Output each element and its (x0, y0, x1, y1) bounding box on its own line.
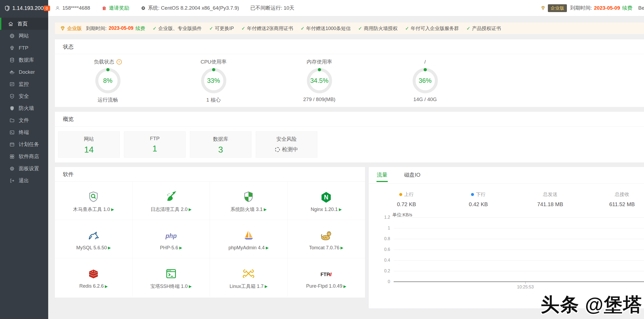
software-item-trojan-scan[interactable]: 木马查杀工具 1.0 (55, 182, 133, 220)
sidebar-item-label: Docker (19, 69, 35, 75)
sidebar-item-database[interactable]: 数据库 (0, 54, 48, 66)
sidebar: 1.14.193.200 0 首页 网站 FTP 数据库 Docker 监控 (0, 0, 48, 319)
running-status-icon (179, 246, 182, 250)
gauge-title: CPU使用率 (201, 58, 227, 65)
software-item-redis[interactable]: Redis 6.2.6 (55, 258, 133, 297)
card-ftp[interactable]: FTP 1 (124, 131, 186, 158)
running-status-icon (264, 207, 267, 212)
traffic-stats: 上行 0.72 KB 下行 0.42 KB 总发送 741.18 MB 总接收 … (369, 191, 644, 207)
card-websites[interactable]: 网站 14 (58, 131, 120, 158)
sidebar-menu: 首页 网站 FTP 数据库 Docker 监控 安全 防火墙 (0, 18, 48, 187)
running-status-icon (189, 207, 191, 212)
chart-unit-label: 单位:KB/s (392, 212, 412, 218)
server-ip: 1.14.193.200 (12, 5, 44, 11)
software-item-label: PHP-5.6 (160, 245, 178, 251)
edition-badge[interactable]: 企业版 (548, 4, 567, 12)
upstream-dot-icon (399, 193, 402, 196)
php-icon: php (165, 229, 177, 242)
software-item-mysql[interactable]: MySQL 5.6.50 (55, 220, 133, 258)
sidebar-item-logout[interactable]: 退出 (0, 175, 48, 187)
svg-text:FTP: FTP (321, 272, 330, 277)
license-feature: 企业版、专业版插件 (153, 25, 202, 32)
software-item-php[interactable]: php PHP-5.6 (133, 220, 210, 258)
help-icon[interactable]: ? (116, 59, 122, 65)
software-grid: 木马查杀工具 1.0 日志清理工具 2.0 系统防火墙 3.1 N Nginx … (55, 182, 365, 297)
sidebar-item-settings[interactable]: 面板设置 (0, 162, 48, 175)
license-notice-bar: 企业版 到期时间: 2023-05-09 续费 企业版、专业版插件 可更换IP … (55, 23, 644, 34)
gauge-load: 负载状态? 8% 运行流畅 (55, 58, 161, 103)
logout-icon (9, 178, 15, 183)
sidebar-item-label: 安全 (19, 93, 29, 100)
shield-logo-icon (4, 5, 10, 11)
x-axis-tick-mark (525, 282, 526, 284)
notice-renew-link[interactable]: 续费 (135, 25, 145, 32)
stat-downstream: 下行 0.42 KB (442, 191, 514, 207)
gauge-ring: 33% (201, 68, 226, 93)
software-item-label: 日志清理工具 2.0 (150, 206, 187, 213)
sidebar-item-monitor[interactable]: 监控 (0, 78, 48, 90)
sidebar-item-cron[interactable]: 计划任务 (0, 138, 48, 150)
gauge-disk-root: / 36% 14G / 40G (372, 58, 478, 103)
gauge-ring: 34.5% (307, 68, 332, 93)
software-item-label: MySQL 5.6.50 (76, 245, 107, 251)
sidebar-item-label: FTP (19, 45, 28, 51)
card-label: 网站 (58, 136, 119, 143)
stat-label: 总发送 (543, 191, 558, 198)
topbar-user-label: 158****4688 (62, 5, 90, 11)
nginx-icon: N (320, 191, 332, 203)
uptime-label: 已不间断运行: 10天 (250, 5, 295, 12)
stat-total-received: 总接收 611.52 MB (586, 191, 644, 207)
sidebar-item-appstore[interactable]: 软件商店 (0, 150, 48, 162)
card-security-risk[interactable]: 安全风险 检测中 (256, 131, 317, 158)
status-panel: 状态 负载状态? 8% 运行流畅 CPU使用率 33% 1 核心 内存使用率 3… (55, 39, 644, 107)
tab-disk-io[interactable]: 磁盘IO (404, 167, 420, 184)
sidebar-item-home[interactable]: 首页 (0, 18, 48, 30)
software-item-label: Linux工具箱 1.7 (229, 283, 263, 290)
sidebar-item-website[interactable]: 网站 (0, 30, 48, 42)
software-item-log-clean[interactable]: 日志清理工具 2.0 (133, 182, 210, 220)
gauge-sublabel: 14G / 40G (372, 97, 478, 102)
software-item-linux-toolbox[interactable]: Linux工具箱 1.7 (210, 258, 288, 297)
linux-toolbox-icon (242, 268, 255, 280)
sidebar-item-label: 软件商店 (19, 153, 39, 160)
card-label: FTP (124, 136, 185, 142)
topbar-user[interactable]: 158****4688 (55, 5, 90, 11)
software-item-label: 木马查杀工具 1.0 (73, 206, 110, 213)
stat-value: 0.42 KB (442, 201, 514, 207)
monitor-tabbar: 流量 磁盘IO (369, 167, 644, 184)
invite-reward-label: 邀请奖励 (109, 5, 129, 12)
invite-reward-link[interactable]: 邀请奖励 (101, 5, 129, 12)
sidebar-item-label: 防火墙 (19, 105, 34, 112)
software-item-phpmyadmin[interactable]: phpMyAdmin 4.4 (210, 220, 288, 258)
renew-link[interactable]: 续费 (622, 5, 632, 12)
software-item-nginx[interactable]: N Nginx 1.20.1 (288, 182, 365, 220)
software-item-bt-ssh-terminal[interactable]: 宝塔SSH终端 1.0 (133, 258, 210, 297)
gridline (394, 239, 644, 239)
tab-traffic[interactable]: 流量 (377, 167, 387, 184)
sidebar-item-ftp[interactable]: FTP (0, 42, 48, 54)
message-count-badge[interactable]: 0 (44, 6, 50, 11)
overview-cards: 网站 14 FTP 1 数据库 3 安全风险 检测中 (55, 127, 644, 158)
sidebar-item-firewall[interactable]: 防火墙 (0, 102, 48, 114)
running-status-icon (108, 246, 111, 250)
topbar: 158****4688 邀请奖励 系统: CentOS 8.2.2004 x86… (48, 0, 644, 16)
software-item-tomcat[interactable]: Tomcat 7.0.76 (288, 220, 365, 258)
sidebar-item-security[interactable]: 安全 (0, 90, 48, 102)
license-feature: 年付赠送2张商用证书 (241, 25, 293, 32)
sidebar-item-label: 文件 (19, 117, 29, 124)
software-item-pure-ftpd[interactable]: FTPd Pure-Ftpd 1.0.49 (288, 258, 365, 297)
redis-icon (87, 268, 100, 280)
card-databases[interactable]: 数据库 3 (190, 131, 251, 158)
x-axis-line (394, 281, 644, 282)
gauge-value: 36% (419, 77, 431, 84)
svg-text:php: php (165, 232, 177, 239)
software-item-label: Redis 6.2.6 (79, 283, 104, 289)
software-item-label: 宝塔SSH终端 1.0 (150, 283, 188, 290)
sidebar-item-terminal[interactable]: 终端 (0, 126, 48, 138)
loading-spinner-icon (275, 147, 280, 152)
sidebar-item-files[interactable]: 文件 (0, 114, 48, 126)
software-item-system-firewall[interactable]: 系统防火墙 3.1 (210, 182, 288, 220)
notice-expire-date: 2023-05-09 (109, 25, 133, 31)
diamond-icon (60, 25, 66, 31)
sidebar-item-docker[interactable]: Docker (0, 66, 48, 78)
